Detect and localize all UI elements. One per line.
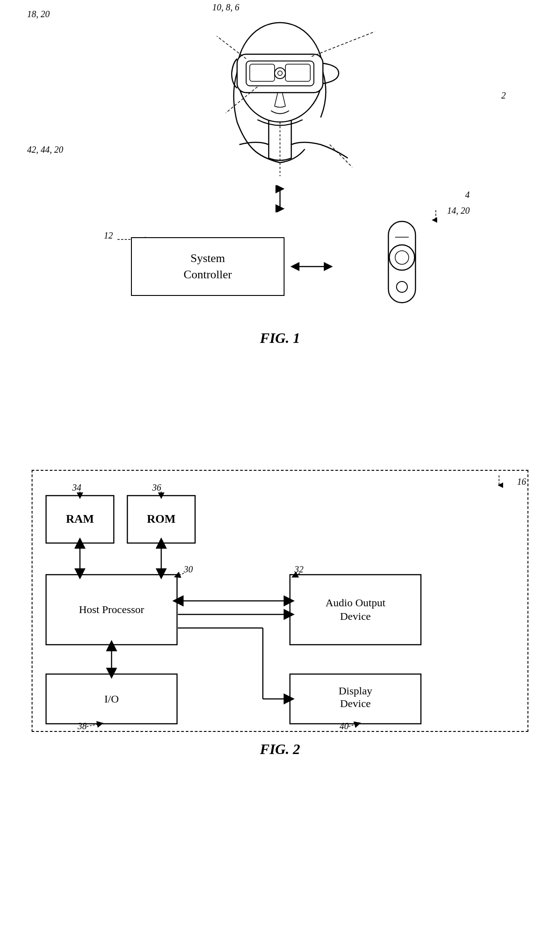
svg-text:30: 30: [183, 564, 193, 574]
svg-text:Device: Device: [340, 610, 371, 622]
system-controller-box: SystemController: [131, 237, 285, 296]
ref-2: 2: [501, 90, 506, 101]
vr-headset-container: [167, 14, 393, 185]
page-container: 18, 20 10, 8, 6 2 42, 44, 20 4: [0, 0, 560, 937]
svg-text:ROM: ROM: [147, 512, 176, 525]
svg-text:RAM: RAM: [66, 512, 94, 525]
fig1-area: 18, 20 10, 8, 6 2 42, 44, 20 4: [0, 0, 560, 452]
svg-line-8: [217, 36, 246, 59]
svg-text:Device: Device: [340, 698, 371, 709]
svg-rect-15: [388, 221, 415, 303]
fig1-label: FIG. 1: [260, 330, 300, 347]
svg-line-10: [330, 145, 352, 167]
ref-10-8-6: 10, 8, 6: [212, 2, 239, 13]
fig2-label: FIG. 2: [27, 741, 533, 758]
remote-control-svg: [375, 217, 429, 316]
ref-14-20: 14, 20: [447, 206, 470, 216]
fig2-area: 16 RAM ROM Host Processor: [0, 461, 560, 767]
ref-42-44-20: 42, 44, 20: [27, 145, 63, 155]
svg-text:Audio Output: Audio Output: [326, 597, 386, 609]
svg-text:I/O: I/O: [104, 693, 119, 705]
ref-18-20: 18, 20: [27, 9, 50, 19]
svg-text:34: 34: [72, 483, 81, 492]
svg-text:36: 36: [152, 483, 161, 492]
svg-line-49: [177, 573, 184, 576]
svg-text:32: 32: [294, 564, 303, 574]
system-controller-area: 12 SystemController: [77, 217, 483, 316]
svg-text:Host Processor: Host Processor: [79, 604, 145, 615]
svg-text:Display: Display: [339, 685, 373, 697]
arrow-headset-to-controller: [273, 185, 287, 212]
vr-headset-svg: [167, 14, 393, 185]
svg-line-7: [312, 32, 375, 56]
ref14-arrow: [422, 210, 449, 224]
ref-4: 4: [465, 190, 470, 200]
ref-12: 12: [104, 230, 113, 241]
svg-text:38: 38: [77, 721, 87, 731]
svg-text:40: 40: [340, 721, 349, 731]
arrow-controller-remote: [289, 260, 334, 273]
svg-rect-28: [290, 575, 421, 645]
system-controller-label: SystemController: [184, 250, 232, 283]
fig2-outer-box: RAM ROM Host Processor Audio Output Devi…: [32, 470, 528, 732]
